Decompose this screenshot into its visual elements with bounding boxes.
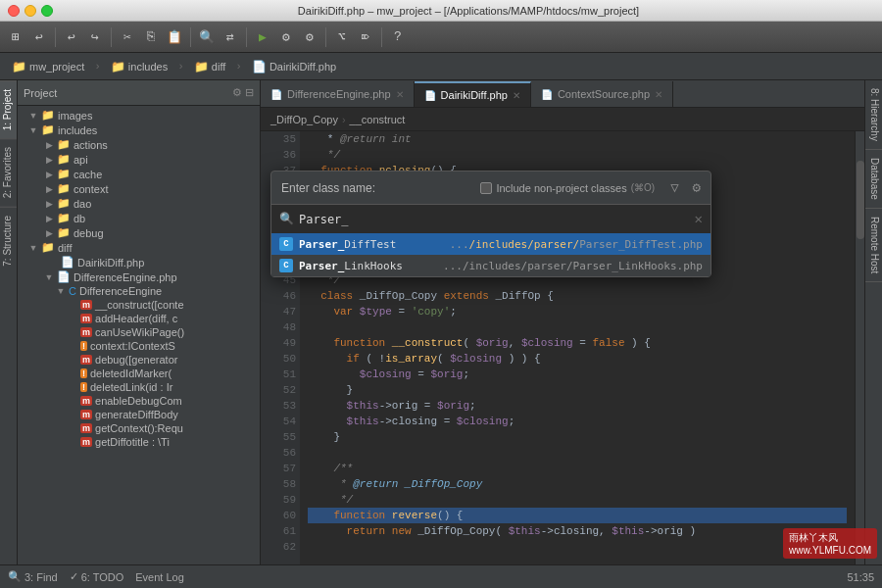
right-tab-remote[interactable]: Remote Host bbox=[865, 209, 882, 282]
sidebar-tab-project[interactable]: 1: Project bbox=[0, 80, 17, 138]
tree-item-images[interactable]: ▼ 📁 images bbox=[18, 108, 260, 122]
toolbar-icon-paste[interactable]: 📋 bbox=[165, 27, 184, 47]
tree-label: dao bbox=[74, 198, 91, 210]
tab-dairikidiff[interactable]: 📄 DairikiDiff.php ✕ bbox=[415, 81, 531, 107]
class-name-input[interactable] bbox=[299, 213, 690, 226]
autocomplete-item-parserdifftest[interactable]: C Parser_DiffTest .../includes/parser/Pa… bbox=[271, 233, 710, 255]
include-nonproject-checkbox[interactable] bbox=[480, 182, 492, 194]
method-icon-m: m bbox=[80, 423, 92, 433]
tree-item-differenceengine[interactable]: ▼ 📄 DifferenceEngine.php bbox=[18, 270, 260, 284]
status-todo[interactable]: ✓ 6: TODO bbox=[70, 570, 124, 583]
tree-item-method-construct[interactable]: m __construct([conte bbox=[18, 298, 260, 312]
tree-item-method-getdiff[interactable]: m getDiffotitle : \Ti bbox=[18, 435, 260, 449]
toolbar-icon-run[interactable]: ▶ bbox=[253, 27, 272, 47]
tree-label: cache bbox=[74, 169, 102, 180]
tab-close-icon[interactable]: ✕ bbox=[655, 89, 662, 100]
toolbar-icon-4[interactable]: ↪ bbox=[85, 27, 105, 47]
nav-item-includes[interactable]: 📁 includes bbox=[105, 58, 173, 75]
nav-item-file[interactable]: 📄 DairikiDiff.php bbox=[246, 58, 342, 75]
tree-item-dairikidiff[interactable]: 📄 DairikiDiff.php bbox=[18, 255, 260, 270]
toolbar-icon-1[interactable]: ⊞ bbox=[6, 27, 25, 47]
tree-item-actions[interactable]: ▶ 📁 actions bbox=[18, 137, 260, 152]
traffic-lights bbox=[8, 5, 53, 17]
status-eventlog[interactable]: Event Log bbox=[135, 571, 184, 583]
tree-arrow: ▼ bbox=[28, 243, 38, 253]
code-line: */ bbox=[308, 147, 847, 163]
tree-arrow: ▼ bbox=[56, 286, 66, 296]
code-line: } bbox=[308, 382, 847, 398]
method-icon-m: m bbox=[80, 437, 92, 447]
toolbar-icon-replace[interactable]: ⇄ bbox=[220, 27, 240, 47]
tree-item-api[interactable]: ▶ 📁 api bbox=[18, 152, 260, 167]
status-time: 51:35 bbox=[847, 571, 874, 583]
toolbar-icon-vcs[interactable]: ⌦ bbox=[356, 27, 375, 47]
sidebar-tab-structure[interactable]: 7: Structure bbox=[0, 207, 17, 274]
panel-action-collapse[interactable]: ⊟ bbox=[245, 86, 254, 99]
editor-scrollbar[interactable] bbox=[855, 131, 864, 564]
toolbar-icon-copy[interactable]: ⎘ bbox=[141, 27, 161, 47]
tree-item-db[interactable]: ▶ 📁 db bbox=[18, 211, 260, 225]
panel-action-gear[interactable]: ⚙ bbox=[232, 86, 242, 99]
tree-item-dao[interactable]: ▶ 📁 dao bbox=[18, 196, 260, 211]
sidebar-tab-favorites[interactable]: 2: Favorites bbox=[0, 138, 17, 206]
code-line: * @return int bbox=[308, 131, 847, 147]
code-line: return new _DiffOp_Copy( $this->closing,… bbox=[308, 523, 847, 539]
folder-icon: 📁 bbox=[41, 241, 55, 254]
nav-sep-3: › bbox=[235, 61, 242, 73]
close-button[interactable] bbox=[8, 5, 20, 17]
tree-item-method-addheader[interactable]: m addHeader(diff, c bbox=[18, 312, 260, 325]
tree-item-diff[interactable]: ▼ 📁 diff bbox=[18, 240, 260, 255]
tree-item-prop-deletedid[interactable]: ! deletedIdMarker( bbox=[18, 367, 260, 380]
right-tab-hierarchy[interactable]: 8: Hierarchy bbox=[865, 80, 882, 150]
code-line: if ( !is_array( $closing ) ) { bbox=[308, 351, 847, 367]
toolbar-icon-2[interactable]: ↩ bbox=[29, 27, 49, 47]
tree-item-method-canuse[interactable]: m canUseWikiPage() bbox=[18, 325, 260, 339]
clear-icon[interactable]: ✕ bbox=[695, 211, 703, 227]
minimize-button[interactable] bbox=[24, 5, 36, 17]
folder-icon: 📁 bbox=[57, 212, 71, 224]
right-tab-database[interactable]: Database bbox=[865, 150, 882, 209]
toolbar-icon-cut[interactable]: ✂ bbox=[118, 27, 137, 47]
nav-item-project[interactable]: 📁 mw_project bbox=[6, 58, 90, 75]
tree-label: deletedLink(id : Ir bbox=[90, 381, 172, 393]
toolbar-icon-find[interactable]: 🔍 bbox=[197, 27, 217, 47]
tree-item-includes[interactable]: ▼ 📁 includes bbox=[18, 122, 260, 137]
tree-item-method-gendiff[interactable]: m generateDiffBody bbox=[18, 408, 260, 421]
tree-item-prop-deletedlink[interactable]: ! deletedLink(id : Ir bbox=[18, 380, 260, 394]
php-file-icon: 📄 bbox=[424, 90, 436, 101]
toolbar-icon-settings[interactable]: ⚙ bbox=[300, 27, 319, 47]
autocomplete-path: .../includes/parser/Parser_DiffTest.php bbox=[450, 238, 703, 251]
breadcrumb-method[interactable]: __construct bbox=[350, 114, 406, 125]
tree-item-class-differenceengine[interactable]: ▼ C DifferenceEngine bbox=[18, 284, 260, 298]
tab-differenceengine[interactable]: 📄 DifferenceEngine.php ✕ bbox=[261, 81, 415, 107]
filter-icon[interactable]: ▽ bbox=[670, 179, 678, 196]
tab-close-icon[interactable]: ✕ bbox=[396, 89, 404, 100]
tree-item-debug[interactable]: ▶ 📁 debug bbox=[18, 225, 260, 240]
folder-icon: 📁 bbox=[111, 60, 125, 74]
toolbar-icon-3[interactable]: ↩ bbox=[62, 27, 81, 47]
method-icon-e: ! bbox=[80, 382, 87, 392]
tab-contextsource[interactable]: 📄 ContextSource.php ✕ bbox=[531, 81, 673, 107]
tree-item-method-debug[interactable]: m debug([generator bbox=[18, 353, 260, 367]
scrollbar-thumb[interactable] bbox=[857, 161, 864, 239]
method-icon-e: ! bbox=[80, 368, 87, 378]
autocomplete-item-parserlinkhooks[interactable]: C Parser_LinkHooks .../includes/parser/P… bbox=[271, 255, 710, 276]
autocomplete-path: .../includes/parser/Parser_LinkHooks.php bbox=[443, 260, 703, 272]
tree-item-method-enabledebug[interactable]: m enableDebugCom bbox=[18, 394, 260, 408]
tree-item-cache[interactable]: ▶ 📁 cache bbox=[18, 167, 260, 181]
method-icon-m: m bbox=[80, 300, 92, 310]
tree-item-context[interactable]: ▶ 📁 context bbox=[18, 181, 260, 196]
toolbar-icon-help[interactable]: ? bbox=[388, 27, 408, 47]
toolbar-icon-debug[interactable]: ⚙ bbox=[276, 27, 296, 47]
tree-item-prop-context[interactable]: ! context:IContextS bbox=[18, 339, 260, 353]
status-find[interactable]: 🔍 3: Find bbox=[8, 570, 58, 583]
nav-label-includes: includes bbox=[128, 61, 168, 73]
tree-item-method-getcontext[interactable]: m getContext():Requ bbox=[18, 421, 260, 435]
maximize-button[interactable] bbox=[41, 5, 53, 17]
class-name-dialog[interactable]: Enter class name: Include non-project cl… bbox=[270, 171, 711, 277]
nav-item-diff[interactable]: 📁 diff bbox=[188, 58, 231, 75]
settings-icon[interactable]: ⚙ bbox=[693, 179, 701, 196]
toolbar-icon-terminal[interactable]: ⌥ bbox=[332, 27, 352, 47]
tab-close-icon[interactable]: ✕ bbox=[513, 90, 520, 101]
breadcrumb-class[interactable]: _DiffOp_Copy bbox=[270, 114, 338, 125]
